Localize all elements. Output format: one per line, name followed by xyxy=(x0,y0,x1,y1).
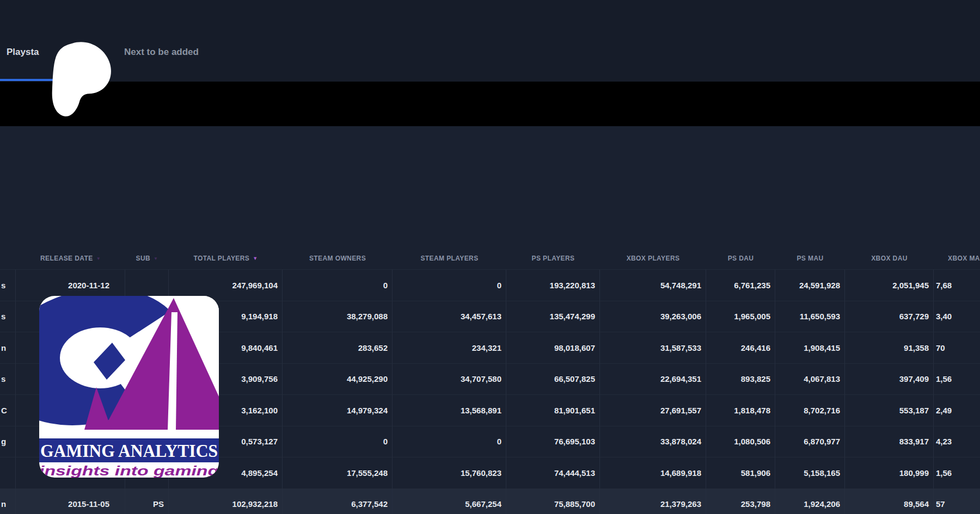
table-cell-sub[interactable]: PS xyxy=(125,488,169,514)
column-header-ps_players[interactable]: PS PLAYERS xyxy=(506,247,600,269)
table-cell-steam_owners[interactable]: 6,377,542 xyxy=(283,488,393,514)
table-cell-ps_dau[interactable]: 1,965,005 xyxy=(706,301,775,332)
table-cell-name[interactable]: s xyxy=(0,363,16,395)
table-cell-ps_mau[interactable]: 6,870,977 xyxy=(775,426,845,457)
column-header-label: STEAM OWNERS xyxy=(309,255,366,262)
table-cell-xbox_dau[interactable]: 637,729 xyxy=(845,301,934,332)
tab-playstation[interactable]: Playsta xyxy=(7,47,39,58)
table-cell-steam_players[interactable]: 13,568,891 xyxy=(393,394,506,426)
column-header-total_players[interactable]: TOTAL PLAYERS▼ xyxy=(169,247,283,269)
table-cell-xbox_mau[interactable]: 70 xyxy=(934,332,980,363)
table-cell-ps_players[interactable]: 193,220,813 xyxy=(506,269,600,301)
table-cell-ps_players[interactable]: 98,018,607 xyxy=(506,332,600,363)
column-header-release_date[interactable]: RELEASE DATE▼ xyxy=(16,247,125,269)
column-header-sub[interactable]: SUB▼ xyxy=(125,247,169,269)
table-cell-xbox_mau[interactable]: 1,56 xyxy=(934,363,980,395)
table-cell-xbox_players[interactable]: 14,689,918 xyxy=(600,457,706,488)
logo-tagline-text: insights into gaming xyxy=(39,463,219,478)
table-cell-steam_players[interactable]: 0 xyxy=(393,426,506,457)
table-cell-ps_mau[interactable]: 8,702,716 xyxy=(775,394,845,426)
tab-next-to-be-added[interactable]: Next to be added xyxy=(124,47,199,58)
table-cell-release_date[interactable]: 2015-11-05 xyxy=(16,488,125,514)
table-cell-xbox_players[interactable]: 27,691,557 xyxy=(600,394,706,426)
table-cell-ps_mau[interactable]: 5,158,165 xyxy=(775,457,845,488)
logo-brand-text: GAMING ANALYTICS xyxy=(40,441,218,461)
table-cell-xbox_mau[interactable]: 2,49 xyxy=(934,394,980,426)
table-cell-xbox_dau[interactable]: 91,358 xyxy=(845,332,934,363)
table-cell-xbox_mau[interactable]: 4,23 xyxy=(934,426,980,457)
table-cell-ps_players[interactable]: 135,474,299 xyxy=(506,301,600,332)
table-cell-steam_owners[interactable]: 0 xyxy=(283,269,393,301)
table-cell-steam_owners[interactable]: 14,979,324 xyxy=(283,394,393,426)
table-cell-ps_mau[interactable]: 1,908,415 xyxy=(775,332,845,363)
tab-bar: Playsta Next to be added xyxy=(0,0,980,82)
table-cell-steam_players[interactable]: 15,760,823 xyxy=(393,457,506,488)
table-cell-xbox_mau[interactable]: 3,40 xyxy=(934,301,980,332)
table-cell-ps_mau[interactable]: 1,924,206 xyxy=(775,488,845,514)
table-cell-ps_dau[interactable]: 581,906 xyxy=(706,457,775,488)
column-header-name[interactable] xyxy=(0,247,16,269)
table-cell-ps_players[interactable]: 74,444,513 xyxy=(506,457,600,488)
table-cell-ps_dau[interactable]: 246,416 xyxy=(706,332,775,363)
column-header-xbox_mau[interactable]: XBOX MAU xyxy=(934,247,980,269)
table-cell-name[interactable]: g xyxy=(0,426,16,457)
table-cell-steam_owners[interactable]: 38,279,088 xyxy=(283,301,393,332)
column-header-label: PS MAU xyxy=(797,255,823,262)
table-cell-steam_players[interactable]: 234,321 xyxy=(393,332,506,363)
table-cell-steam_owners[interactable]: 283,652 xyxy=(283,332,393,363)
table-cell-name[interactable] xyxy=(0,457,16,488)
table-cell-steam_owners[interactable]: 44,925,290 xyxy=(283,363,393,395)
sort-desc-icon: ▼ xyxy=(253,256,258,261)
table-cell-xbox_dau[interactable]: 553,187 xyxy=(845,394,934,426)
table-cell-xbox_dau[interactable]: 2,051,945 xyxy=(845,269,934,301)
table-cell-steam_players[interactable]: 34,457,613 xyxy=(393,301,506,332)
table-cell-ps_dau[interactable]: 1,818,478 xyxy=(706,394,775,426)
table-cell-steam_players[interactable]: 34,707,580 xyxy=(393,363,506,395)
table-cell-xbox_players[interactable]: 31,587,533 xyxy=(600,332,706,363)
table-cell-xbox_players[interactable]: 54,748,291 xyxy=(600,269,706,301)
table-cell-xbox_mau[interactable]: 57 xyxy=(934,488,980,514)
table-cell-xbox_players[interactable]: 22,694,351 xyxy=(600,363,706,395)
table-cell-steam_players[interactable]: 0 xyxy=(393,269,506,301)
table-cell-ps_players[interactable]: 76,695,103 xyxy=(506,426,600,457)
table-cell-steam_players[interactable]: 5,667,254 xyxy=(393,488,506,514)
table-cell-name[interactable]: n xyxy=(0,488,16,514)
table-cell-xbox_players[interactable]: 21,379,263 xyxy=(600,488,706,514)
column-menu-icon: ▼ xyxy=(96,256,101,261)
table-cell-ps_players[interactable]: 66,507,825 xyxy=(506,363,600,395)
table-cell-xbox_dau[interactable]: 180,999 xyxy=(845,457,934,488)
table-cell-name[interactable]: n xyxy=(0,332,16,363)
table-cell-xbox_dau[interactable]: 397,409 xyxy=(845,363,934,395)
table-cell-ps_dau[interactable]: 893,825 xyxy=(706,363,775,395)
table-cell-xbox_players[interactable]: 39,263,006 xyxy=(600,301,706,332)
table-cell-ps_players[interactable]: 75,885,700 xyxy=(506,488,600,514)
column-header-ps_dau[interactable]: PS DAU xyxy=(706,247,775,269)
column-header-xbox_dau[interactable]: XBOX DAU xyxy=(845,247,934,269)
table-cell-name[interactable]: C xyxy=(0,394,16,426)
table-cell-xbox_dau[interactable]: 833,917 xyxy=(845,426,934,457)
column-header-steam_owners[interactable]: STEAM OWNERS xyxy=(283,247,393,269)
table-cell-ps_dau[interactable]: 1,080,506 xyxy=(706,426,775,457)
column-header-label: XBOX PLAYERS xyxy=(627,255,680,262)
table-cell-ps_players[interactable]: 81,901,651 xyxy=(506,394,600,426)
table-cell-ps_mau[interactable]: 11,650,593 xyxy=(775,301,845,332)
patreon-blob-shape xyxy=(52,42,111,116)
table-cell-total_players[interactable]: 102,932,218 xyxy=(169,488,283,514)
table-cell-xbox_mau[interactable]: 1,56 xyxy=(934,457,980,488)
table-cell-name[interactable]: s xyxy=(0,301,16,332)
table-cell-ps_dau[interactable]: 253,798 xyxy=(706,488,775,514)
column-header-ps_mau[interactable]: PS MAU xyxy=(775,247,845,269)
column-header-steam_players[interactable]: STEAM PLAYERS xyxy=(393,247,506,269)
table-cell-xbox_players[interactable]: 33,878,024 xyxy=(600,426,706,457)
table-cell-xbox_mau[interactable]: 7,68 xyxy=(934,269,980,301)
column-header-label: PS DAU xyxy=(728,255,754,262)
table-cell-xbox_dau[interactable]: 89,564 xyxy=(845,488,934,514)
table-cell-ps_mau[interactable]: 4,067,813 xyxy=(775,363,845,395)
table-cell-ps_mau[interactable]: 24,591,928 xyxy=(775,269,845,301)
table-cell-steam_owners[interactable]: 0 xyxy=(283,426,393,457)
column-header-xbox_players[interactable]: XBOX PLAYERS xyxy=(600,247,706,269)
table-cell-ps_dau[interactable]: 6,761,235 xyxy=(706,269,775,301)
table-cell-steam_owners[interactable]: 17,555,248 xyxy=(283,457,393,488)
table-cell-name[interactable]: s xyxy=(0,269,16,301)
column-header-label: STEAM PLAYERS xyxy=(420,255,478,262)
